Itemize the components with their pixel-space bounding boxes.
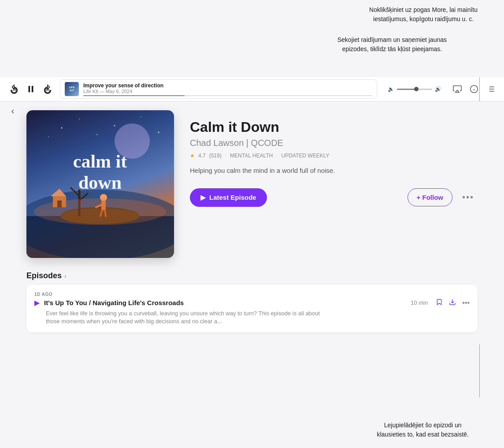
track-thumbnail: LIFEKIT [65,82,79,96]
rating-count: (519) [209,153,222,159]
more-options-button[interactable]: ••• [459,189,478,206]
episode-title: It's Up To You / Navigating Life's Cross… [44,299,406,306]
airplay-button[interactable] [452,84,463,94]
episodes-header: Episodes › [26,271,478,280]
tooltip-more-button: Noklikšķiniet uz pogas More, lai mainītu… [369,5,478,24]
episode-duration: 10 min [411,299,428,306]
svg-text:down: down [78,172,122,193]
pause-button[interactable] [25,83,37,95]
forward-button[interactable]: 30 [41,83,54,95]
player-track[interactable]: LIFEKIT Improve your sense of direction … [60,79,377,99]
player-right-controls [452,84,496,94]
episodes-title: Episodes [26,271,62,280]
svg-point-18 [96,134,97,135]
volume-low-icon: 🔈 [388,86,394,92]
episode-card: 1D AGO ▶ It's Up To You / Navigating Lif… [26,285,478,332]
latest-episode-button[interactable]: ▶ Latest Episode [190,188,267,207]
track-thumbnail-art: LIFEKIT [65,82,79,96]
svg-point-37 [34,198,166,225]
volume-slider[interactable] [397,89,432,90]
episode-play-button[interactable]: ▶ [34,299,40,307]
podcast-header: calm it down Calm it Down Chad Lawson | … [0,101,504,271]
svg-marker-25 [51,189,66,196]
volume-fill [397,89,416,90]
track-subtitle: Life Kit — May 6, 2024 [83,89,372,94]
episode-description: Ever feel like life is throwing you a cu… [34,310,325,325]
svg-point-15 [141,116,141,117]
podcast-title: Calm it Down [190,119,478,135]
track-title: Improve your sense of direction [83,82,372,89]
svg-point-13 [79,119,80,119]
queue-button[interactable] [485,84,496,94]
episode-right-controls: 10 min ••• [411,299,470,307]
episodes-chevron-icon[interactable]: › [64,273,67,280]
svg-point-14 [114,125,115,127]
play-icon: ▶ [200,194,206,202]
svg-point-12 [61,127,63,129]
track-progress-fill [83,95,185,96]
episodes-section: Episodes › 1D AGO ▶ It's Up To You / Nav… [0,271,504,332]
info-button[interactable] [469,84,479,94]
episode-download-button[interactable] [449,299,456,307]
svg-marker-2 [456,90,459,93]
podcast-author: Chad Lawson | QCODE [190,138,478,148]
podcast-details: Calm it Down Chad Lawson | QCODE ★ 4.7 (… [190,110,478,207]
svg-point-17 [48,136,49,137]
tooltip-download-button: Lejupielādējiet šo epizodi un klausietie… [377,421,469,439]
back-button[interactable] [7,106,19,117]
podcast-cover: calm it down [26,110,174,258]
rating-value: 4.7 [198,153,206,159]
rating-star: ★ [190,153,195,159]
volume-high-icon: 🔊 [435,86,441,92]
episode-bookmark-button[interactable] [436,299,443,307]
follow-button[interactable]: + Follow [408,188,452,206]
podcast-cover-art: calm it down [26,110,174,258]
volume-control: 🔈 🔊 [388,86,441,92]
svg-point-16 [158,132,159,133]
svg-text:calm it: calm it [73,151,127,172]
podcast-meta: ★ 4.7 (519) · MENTAL HEALTH · UPDATED WE… [190,153,478,159]
rewind-button[interactable]: 15 [8,83,20,95]
episode-age: 1D AGO [34,292,470,297]
svg-rect-0 [29,86,30,93]
dot-separator-2: · [276,153,278,159]
podcast-category: MENTAL HEALTH [230,153,273,159]
podcast-description: Helping you calm the mind in a world ful… [190,166,437,176]
dot-separator-1: · [225,153,226,159]
episode-more-button[interactable]: ••• [462,299,470,307]
podcast-actions: ▶ Latest Episode + Follow ••• [190,188,478,207]
player-controls: 15 30 [8,83,54,95]
svg-rect-1 [32,86,33,93]
guide-line-bottom [479,344,480,397]
volume-knob [414,87,419,91]
track-progress-bar[interactable] [83,95,372,96]
episode-title-row: ▶ It's Up To You / Navigating Life's Cro… [34,299,470,307]
podcast-update-freq: UPDATED WEEKLY [282,153,330,159]
main-content: calm it down Calm it Down Chad Lawson | … [0,101,504,448]
track-info: Improve your sense of direction Life Kit… [83,82,372,96]
tooltip-follow-button: Sekojiet raidījumam un saņemiet jaunas e… [337,35,447,54]
ellipsis-icon: ••• [462,192,474,202]
player-bar: 15 30 LIFEKIT Improve your sense of dire… [0,77,504,101]
